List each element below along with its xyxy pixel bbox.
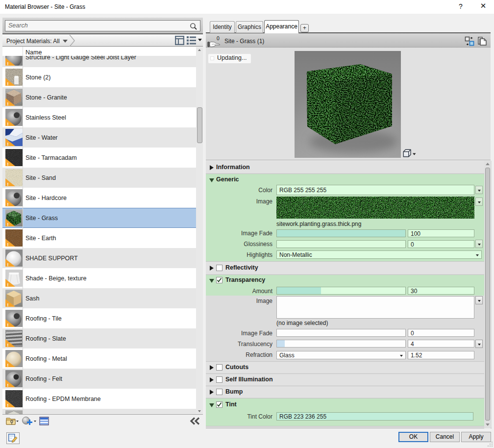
svg-text:!: ! [7, 242, 9, 247]
svg-text:!: ! [7, 81, 9, 86]
svg-text:!: ! [7, 282, 9, 287]
svg-text:!: ! [7, 363, 9, 368]
svg-text:!: ! [7, 61, 9, 66]
svg-text:!: ! [7, 202, 9, 207]
svg-text:!: ! [7, 182, 9, 187]
svg-text:!: ! [7, 101, 9, 106]
svg-text:!: ! [7, 262, 9, 267]
svg-text:!: ! [7, 162, 9, 167]
svg-text:!: ! [7, 323, 9, 327]
svg-text:!: ! [7, 302, 9, 307]
svg-text:!: ! [7, 343, 9, 348]
svg-text:!: ! [7, 222, 9, 227]
svg-text:!: ! [7, 383, 9, 388]
svg-text:!: ! [7, 142, 9, 147]
svg-text:!: ! [7, 403, 9, 408]
svg-text:!: ! [7, 122, 9, 126]
